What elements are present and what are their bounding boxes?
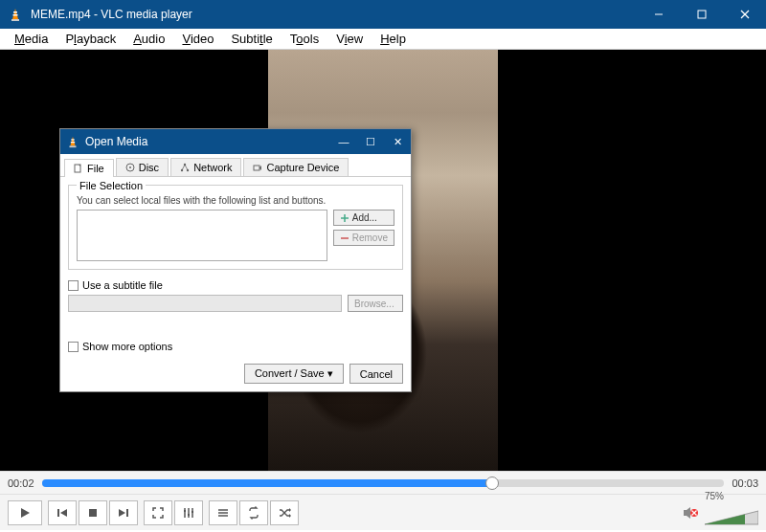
file-selection-fieldset: File Selection You can select local file… — [68, 185, 403, 270]
menu-view[interactable]: View — [327, 30, 372, 48]
tab-capture-label: Capture Device — [266, 162, 339, 173]
menu-tools[interactable]: Tools — [282, 30, 327, 48]
minimize-button[interactable] — [637, 0, 680, 29]
stop-button[interactable] — [79, 500, 107, 525]
dialog-tabs: File Disc Network Capture Device — [60, 154, 411, 177]
volume-label: 75% — [705, 491, 758, 501]
time-elapsed[interactable]: 00:02 — [8, 477, 34, 489]
fullscreen-button[interactable] — [144, 500, 172, 525]
playlist-icon — [216, 506, 230, 520]
shuffle-icon — [278, 506, 291, 520]
convert-save-button[interactable]: Convert / Save ▾ — [244, 364, 344, 384]
svg-rect-11 — [71, 142, 75, 143]
seek-slider[interactable] — [42, 479, 725, 487]
previous-icon — [56, 506, 69, 520]
dialog-titlebar[interactable]: Open Media — ☐ ✕ — [60, 129, 411, 154]
tab-disc-label: Disc — [139, 162, 159, 173]
convert-save-label: Convert / Save — [255, 367, 325, 379]
use-subtitle-label: Use a subtitle file — [82, 279, 163, 291]
subtitle-path-input — [68, 295, 342, 312]
svg-rect-28 — [89, 509, 97, 517]
svg-rect-9 — [70, 145, 77, 147]
menu-media[interactable]: Media — [6, 30, 56, 48]
svg-marker-29 — [119, 509, 125, 517]
file-list[interactable] — [77, 210, 327, 261]
controls-row: 75% — [0, 494, 766, 530]
cancel-button[interactable]: Cancel — [349, 364, 403, 384]
cancel-label: Cancel — [360, 368, 393, 380]
show-more-options-label: Show more options — [82, 341, 172, 352]
playlist-button[interactable] — [209, 500, 237, 525]
svg-marker-41 — [289, 514, 291, 518]
previous-button[interactable] — [48, 500, 77, 525]
svg-rect-3 — [13, 14, 18, 16]
shuffle-button[interactable] — [270, 500, 299, 525]
dialog-title: Open Media — [85, 135, 330, 148]
menubar: Media Playback Audio Video Subtitle Tool… — [0, 29, 766, 50]
svg-marker-25 — [21, 508, 30, 518]
tab-network-label: Network — [193, 162, 232, 173]
volume-slider[interactable] — [705, 509, 758, 526]
svg-line-18 — [182, 165, 185, 170]
show-more-options-checkbox[interactable] — [68, 342, 79, 352]
menu-subtitle[interactable]: Subtitle — [222, 30, 281, 48]
file-selection-legend: File Selection — [77, 180, 146, 191]
file-icon — [74, 164, 83, 173]
svg-rect-26 — [57, 509, 59, 517]
dialog-minimize-button[interactable]: — — [330, 129, 357, 154]
remove-button[interactable]: Remove — [333, 230, 394, 246]
next-icon — [117, 506, 130, 520]
svg-point-14 — [129, 166, 131, 168]
window-title: MEME.mp4 - VLC media player — [31, 8, 637, 21]
play-icon — [18, 506, 32, 520]
browse-button[interactable]: Browse... — [348, 295, 403, 312]
open-media-dialog: Open Media — ☐ ✕ File Disc Network Captu… — [59, 128, 412, 392]
seek-row: 00:02 00:03 — [0, 471, 766, 494]
dialog-body: File Selection You can select local file… — [60, 177, 411, 391]
menu-help[interactable]: Help — [372, 30, 415, 48]
extended-settings-button[interactable] — [174, 500, 203, 525]
svg-rect-10 — [71, 139, 75, 140]
svg-rect-2 — [13, 11, 17, 13]
video-area[interactable]: Open Media — ☐ ✕ File Disc Network Captu… — [0, 50, 766, 471]
play-button[interactable] — [8, 500, 42, 525]
dialog-maximize-button[interactable]: ☐ — [357, 129, 384, 154]
menu-audio[interactable]: Audio — [124, 30, 173, 48]
svg-marker-27 — [60, 509, 67, 517]
add-button-label: Add... — [352, 212, 377, 223]
tab-capture[interactable]: Capture Device — [243, 158, 349, 176]
titlebar: MEME.mp4 - VLC media player — [0, 0, 766, 29]
plus-icon — [340, 213, 349, 223]
loop-button[interactable] — [239, 500, 268, 525]
menu-playback[interactable]: Playback — [56, 30, 124, 48]
svg-marker-8 — [70, 137, 75, 146]
svg-line-19 — [185, 165, 188, 170]
svg-rect-35 — [188, 514, 190, 516]
browse-button-label: Browse... — [354, 299, 394, 309]
add-button[interactable]: Add... — [333, 210, 394, 226]
mute-icon[interactable] — [682, 504, 699, 521]
svg-marker-40 — [289, 508, 291, 512]
tab-disc[interactable]: Disc — [116, 158, 169, 176]
svg-marker-0 — [12, 9, 18, 19]
use-subtitle-checkbox[interactable] — [68, 280, 79, 291]
svg-rect-20 — [254, 166, 259, 170]
svg-rect-30 — [126, 509, 128, 517]
dialog-close-button[interactable]: ✕ — [384, 129, 411, 154]
next-button[interactable] — [109, 500, 138, 525]
menu-video[interactable]: Video — [173, 30, 222, 48]
svg-marker-42 — [684, 507, 690, 519]
minus-icon — [340, 233, 349, 243]
svg-rect-5 — [698, 11, 706, 18]
seek-thumb[interactable] — [485, 477, 499, 490]
vlc-cone-icon — [66, 135, 79, 148]
time-total[interactable]: 00:03 — [732, 477, 758, 489]
close-button[interactable] — [723, 0, 766, 29]
loop-icon — [247, 506, 260, 520]
maximize-button[interactable] — [680, 0, 723, 29]
svg-rect-34 — [184, 510, 186, 512]
disc-icon — [125, 163, 135, 172]
tab-network[interactable]: Network — [170, 158, 241, 176]
file-selection-hint: You can select local files with the foll… — [77, 195, 394, 206]
tab-file[interactable]: File — [64, 159, 114, 177]
